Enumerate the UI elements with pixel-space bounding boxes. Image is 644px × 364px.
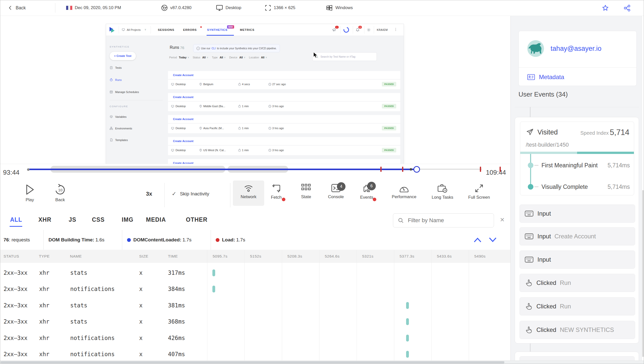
- scrollbar-thumb[interactable]: [642, 190, 644, 357]
- search-icon: [398, 217, 404, 223]
- time-col: 5321s: [362, 250, 374, 263]
- clock-icon: [268, 149, 271, 152]
- share-button[interactable]: [623, 4, 631, 12]
- network-row[interactable]: 2xx–3xxxhrnotificationsx426ms: [0, 330, 510, 346]
- performance-button[interactable]: Performance: [388, 184, 420, 199]
- device-label: Desktop: [226, 5, 241, 10]
- vc-label: Visually Complete: [541, 184, 588, 190]
- gear-icon: [367, 28, 371, 32]
- network-icon: [243, 184, 254, 193]
- divider: [353, 26, 353, 34]
- tab-img[interactable]: IMG: [122, 216, 133, 223]
- visited-event-card[interactable]: Visited Speed Index 5,714 /test-builder/…: [520, 122, 634, 195]
- speed-toggle[interactable]: 3x: [146, 191, 152, 197]
- network-row[interactable]: 2xx–3xxxhrstatsx368ms: [0, 314, 510, 330]
- pointer-hand-icon: [525, 303, 532, 310]
- id-card-icon: [527, 74, 535, 80]
- event-item-input[interactable]: Input: [519, 251, 635, 269]
- vertical-scrollbar[interactable]: [642, 16, 644, 360]
- paper-plane-icon: [526, 128, 534, 136]
- filter-label: Device: [229, 56, 237, 59]
- fetch-button[interactable]: Fetch: [261, 184, 292, 200]
- jump-up-icon[interactable]: [473, 236, 482, 243]
- filter-value: All: [202, 56, 206, 59]
- calendar-icon: [110, 90, 113, 94]
- col-type: TYPE: [39, 250, 49, 263]
- console-label: Console: [320, 194, 352, 199]
- tab-all-underline: [10, 226, 22, 227]
- filter-box[interactable]: [393, 213, 494, 228]
- event-item-input[interactable]: Input: [519, 204, 635, 223]
- errors-dot: [200, 26, 202, 28]
- pointer-hand-icon: [525, 326, 532, 334]
- filter-label: Type: [212, 56, 218, 59]
- close-icon[interactable]: ×: [500, 216, 505, 223]
- back-button[interactable]: Back: [8, 0, 26, 16]
- network-button[interactable]: Network: [233, 184, 264, 199]
- tab-media[interactable]: MEDIA: [146, 216, 166, 223]
- resolution-label: 1366 × 625: [274, 5, 295, 10]
- pin-icon: [199, 105, 202, 108]
- console-button[interactable]: Console 4: [320, 184, 352, 199]
- tab-js[interactable]: JS: [69, 216, 76, 223]
- play-button[interactable]: Play: [14, 184, 45, 202]
- run-duration: 1 min: [242, 149, 249, 152]
- tick: [534, 187, 538, 187]
- run-ago: 3 hrs ago: [272, 127, 284, 130]
- tab-xhr[interactable]: XHR: [38, 216, 52, 223]
- run-device: Desktop: [176, 149, 186, 152]
- speed-index-label: Speed Index: [580, 130, 609, 136]
- announcements-badge: 1: [335, 26, 339, 29]
- back-label: Back: [16, 5, 26, 11]
- app-tab-synthetics: SYNTHETICS: [207, 24, 228, 36]
- network-row[interactable]: 2xx–3xxxhrnotificationsx407ms: [0, 346, 510, 362]
- network-row[interactable]: 2xx–3xxxhrnotificationsx384ms: [0, 281, 510, 297]
- full-screen-button[interactable]: Full Screen: [463, 184, 495, 200]
- horizontal-scrollbar-thumb[interactable]: [1, 361, 504, 363]
- session-sidebar: tahay@asayer.io Metadata User Events (34…: [510, 16, 642, 364]
- project-selector: All Projects: [127, 28, 141, 31]
- divider: [110, 100, 163, 100]
- browser-info: v87.0.4280: [161, 0, 191, 16]
- tab-all[interactable]: ALL: [10, 216, 22, 223]
- events-button[interactable]: Events 6: [351, 184, 382, 200]
- app-search-placeholder: Search by Test Name or #Tag: [320, 55, 355, 58]
- long-tasks-button[interactable]: Long Tasks: [427, 184, 458, 200]
- run-ago: 3 hrs ago: [272, 105, 284, 108]
- time-col: 5377.3s: [400, 250, 414, 263]
- playhead[interactable]: [413, 166, 420, 173]
- stopwatch-icon: [238, 127, 241, 130]
- event-item-clicked[interactable]: ClickedRun: [519, 297, 635, 315]
- back-10-button[interactable]: 10 Back: [44, 184, 76, 202]
- clipboard-icon: [110, 66, 113, 69]
- vc-value: 5,714ms: [608, 184, 630, 190]
- tab-other[interactable]: OTHER: [186, 216, 208, 223]
- monitor-icon: [171, 105, 174, 108]
- divider: [515, 107, 639, 107]
- jump-down-icon[interactable]: [488, 236, 497, 243]
- app-sidebar-environments: Environments: [110, 127, 132, 130]
- filter-label: Status: [193, 56, 200, 59]
- filter-value: Today: [179, 56, 186, 59]
- chevron-down-icon: ∨: [207, 56, 208, 59]
- tab-css[interactable]: CSS: [92, 216, 105, 223]
- event-item-clicked[interactable]: ClickedNEW SYNTHETICS: [519, 321, 635, 339]
- network-row[interactable]: 2xx–3xxxhrstatsx317ms: [0, 265, 510, 281]
- timeline-end: 109:44: [486, 169, 506, 176]
- event-item-input[interactable]: InputCreate Account: [519, 227, 635, 245]
- divider: [340, 26, 341, 34]
- app-sidebar-templates: Templates: [110, 138, 128, 142]
- timeline[interactable]: 93:44 109:44: [0, 164, 510, 181]
- state-button[interactable]: State: [290, 184, 322, 199]
- run-name-link: Create Account: [173, 74, 193, 77]
- metadata-button[interactable]: Metadata: [527, 74, 564, 81]
- filter-input[interactable]: [407, 217, 484, 224]
- event-item-clicked[interactable]: ClickedRun: [519, 274, 635, 292]
- run-ago: 3 hrs ago: [272, 149, 284, 152]
- avatar: [527, 40, 544, 57]
- favorite-button[interactable]: [602, 4, 609, 12]
- network-row[interactable]: 2xx–3xxxhrstatsx381ms: [0, 298, 510, 313]
- request-timing-bar: [406, 318, 409, 325]
- skip-inactivity-toggle[interactable]: ✓ Skip Inactivity: [172, 191, 209, 197]
- user-email: tahay@asayer.io: [551, 45, 602, 53]
